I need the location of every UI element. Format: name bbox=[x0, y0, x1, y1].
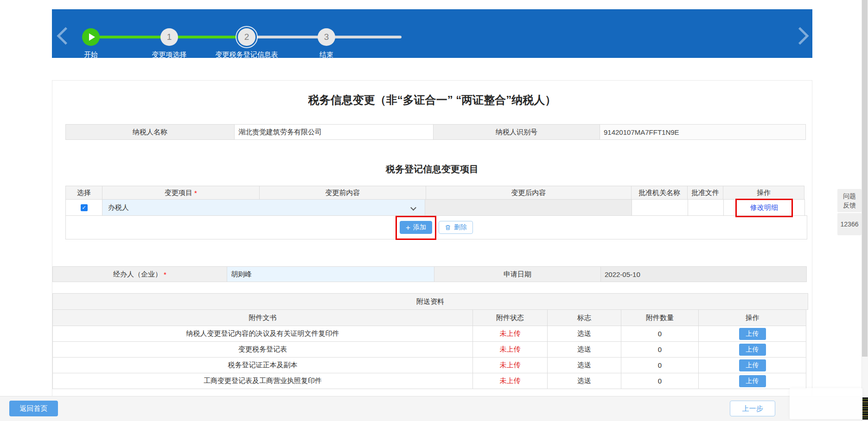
bottom-bar: 返回首页 上一步 bbox=[0, 396, 868, 421]
attach-status: 未上传 bbox=[472, 341, 548, 358]
form-card: 税务信息变更（非“多证合一” “两证整合”纳税人） 纳税人名称 湖北责觉建筑劳务… bbox=[52, 80, 812, 396]
attach-status: 未上传 bbox=[472, 357, 548, 373]
attach-count: 0 bbox=[621, 373, 699, 389]
col-select: 选择 bbox=[65, 186, 102, 200]
feedback-widget[interactable]: 问题反馈 bbox=[837, 189, 862, 212]
scrollbar-track[interactable] bbox=[862, 0, 868, 421]
upload-button[interactable]: 上传 bbox=[739, 344, 766, 356]
col-after: 变更后内容 bbox=[426, 186, 632, 200]
upload-button[interactable]: 上传 bbox=[739, 359, 766, 371]
stepper-banner: 1 2 3 开始 变更项选择 变更税务登记信息表 结束 bbox=[52, 9, 812, 58]
change-item-select[interactable]: 办税人 bbox=[102, 200, 425, 215]
required-asterisk: * bbox=[194, 189, 197, 197]
plus-icon: + bbox=[406, 224, 410, 232]
col-change-item-text: 变更项目 bbox=[165, 189, 192, 197]
attach-flag: 选送 bbox=[547, 357, 621, 373]
attach-flag: 选送 bbox=[547, 341, 621, 358]
step-label-1: 变更项选择 bbox=[152, 50, 187, 59]
attach-operation: 上传 bbox=[698, 357, 806, 373]
attachments-title: 附送资料 bbox=[52, 293, 808, 310]
agent-label: 经办人（企业）* bbox=[52, 266, 227, 282]
hotline-widget[interactable]: 12366 bbox=[837, 213, 862, 235]
feedback-label: 问题反馈 bbox=[842, 191, 856, 210]
change-items-table: 选择 变更项目* 变更前内容 变更后内容 批准机关名称 批准文件 操作 ✓ 办税… bbox=[65, 186, 807, 239]
chevron-left-icon[interactable] bbox=[57, 27, 74, 44]
col-attach-count: 附件数量 bbox=[621, 309, 699, 326]
attachments-header-row: 附件文书 附件状态 标志 附件数量 操作 bbox=[52, 309, 808, 326]
row-before-cell bbox=[425, 199, 632, 216]
col-change-item: 变更项目* bbox=[102, 186, 260, 200]
required-asterisk: * bbox=[164, 270, 166, 278]
attachments-table: 附送资料 附件文书 附件状态 标志 附件数量 操作 纳税人变更登记内容的决议及有… bbox=[52, 293, 808, 389]
upload-button[interactable]: 上传 bbox=[739, 375, 766, 387]
col-approve-doc: 批准文件 bbox=[687, 186, 723, 200]
step-label-2: 变更税务登记信息表 bbox=[216, 50, 278, 59]
col-attach-operation: 操作 bbox=[698, 309, 806, 326]
step-label-3: 结束 bbox=[319, 50, 333, 59]
attachment-row: 变更税务登记表 未上传 选送 0 上传 bbox=[52, 341, 808, 358]
taxpayer-id-label: 纳税人识别号 bbox=[433, 124, 600, 140]
agent-input[interactable]: 胡则峰 bbox=[227, 266, 434, 282]
modify-detail-link[interactable]: 修改明细 bbox=[750, 203, 778, 212]
apply-date-value: 2022-05-10 bbox=[600, 266, 807, 282]
taxpayer-info-row: 纳税人名称 湖北责觉建筑劳务有限公司 纳税人识别号 91420107MA7FFT… bbox=[65, 124, 807, 140]
previous-step-button[interactable]: 上一步 bbox=[730, 401, 775, 416]
taxpayer-name-label: 纳税人名称 bbox=[65, 124, 235, 140]
col-before: 变更前内容 bbox=[259, 186, 426, 200]
scrollbar-thumb[interactable] bbox=[862, 0, 868, 357]
attachment-row: 工商变更登记表及工商营业执照复印件 未上传 选送 0 上传 bbox=[52, 373, 808, 389]
attach-operation: 上传 bbox=[698, 373, 806, 389]
taxpayer-id-value: 91420107MA7FFT1N9E bbox=[600, 124, 806, 140]
row-item-cell: 办税人 bbox=[102, 199, 425, 216]
agent-label-text: 经办人（企业） bbox=[113, 270, 162, 279]
col-operation: 操作 bbox=[723, 186, 804, 200]
table-button-row: + 添加 删除 bbox=[65, 215, 807, 239]
attachments-title-row: 附送资料 bbox=[52, 293, 808, 310]
hotline-label: 12366 bbox=[841, 220, 859, 228]
change-item-selected-value: 办税人 bbox=[108, 203, 129, 212]
attach-flag: 选送 bbox=[547, 326, 621, 342]
col-attach-status: 附件状态 bbox=[472, 309, 548, 326]
step-label-start: 开始 bbox=[84, 50, 98, 59]
delete-button[interactable]: 删除 bbox=[439, 221, 473, 234]
row-checkbox-checked[interactable]: ✓ bbox=[81, 204, 88, 211]
trash-icon bbox=[445, 224, 451, 231]
attachment-row: 纳税人变更登记内容的决议及有关证明文件复印件 未上传 选送 0 上传 bbox=[52, 326, 808, 342]
row-operation-cell: 修改明细 bbox=[723, 199, 805, 216]
step-2-circle-current: 2 bbox=[238, 28, 255, 46]
attach-operation: 上传 bbox=[698, 341, 806, 358]
section-title-change-items: 税务登记信息变更项目 bbox=[52, 163, 812, 176]
attach-doc: 工商变更登记表及工商营业执照复印件 bbox=[52, 373, 473, 389]
attach-doc: 纳税人变更登记内容的决议及有关证明文件复印件 bbox=[52, 326, 473, 342]
attach-doc: 税务登记证正本及副本 bbox=[52, 357, 473, 373]
chevron-right-icon[interactable] bbox=[791, 27, 809, 44]
col-approve-org: 批准机关名称 bbox=[631, 186, 688, 200]
taxpayer-name-input[interactable]: 湖北责觉建筑劳务有限公司 bbox=[234, 124, 434, 140]
attach-doc: 变更税务登记表 bbox=[52, 341, 473, 358]
back-home-button[interactable]: 返回首页 bbox=[9, 401, 58, 416]
attach-status: 未上传 bbox=[472, 373, 548, 389]
delete-button-label: 删除 bbox=[454, 223, 467, 232]
upload-button[interactable]: 上传 bbox=[739, 328, 766, 340]
row-approve-org-cell bbox=[632, 199, 688, 216]
change-table-header: 选择 变更项目* 变更前内容 变更后内容 批准机关名称 批准文件 操作 bbox=[65, 186, 807, 200]
add-button-label: 添加 bbox=[413, 223, 426, 232]
step-3-circle: 3 bbox=[318, 28, 335, 46]
change-table-row: ✓ 办税人 修改明细 bbox=[65, 199, 807, 216]
row-select-cell: ✓ bbox=[65, 199, 102, 216]
attach-count: 0 bbox=[621, 326, 699, 342]
overlay-artifact-light bbox=[790, 388, 862, 419]
play-icon bbox=[89, 33, 95, 41]
col-attach-flag: 标志 bbox=[547, 309, 621, 326]
row-approve-doc-cell bbox=[688, 199, 724, 216]
page-title: 税务信息变更（非“多证合一” “两证整合”纳税人） bbox=[52, 93, 812, 107]
attach-count: 0 bbox=[621, 341, 699, 358]
attach-operation: 上传 bbox=[698, 326, 806, 342]
step-start-circle bbox=[82, 28, 100, 46]
step-1-circle: 1 bbox=[160, 28, 178, 46]
attachment-row: 税务登记证正本及副本 未上传 选送 0 上传 bbox=[52, 357, 808, 373]
chevron-down-icon bbox=[410, 205, 416, 211]
overlay-artifact-dark bbox=[862, 397, 868, 420]
col-attach-doc: 附件文书 bbox=[52, 309, 473, 326]
add-button[interactable]: + 添加 bbox=[400, 221, 432, 234]
